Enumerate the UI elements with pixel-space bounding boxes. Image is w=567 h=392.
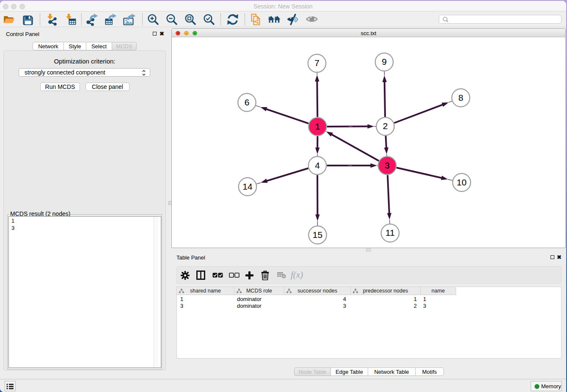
svg-text:14: 14 <box>242 182 253 191</box>
svg-text:8: 8 <box>458 93 463 102</box>
svg-text:4: 4 <box>315 160 320 170</box>
svg-text:7: 7 <box>314 58 319 68</box>
svg-text:15: 15 <box>313 230 322 240</box>
svg-text:6: 6 <box>245 97 250 107</box>
svg-text:1: 1 <box>315 121 320 131</box>
svg-text:9: 9 <box>382 57 387 66</box>
svg-text:10: 10 <box>457 177 466 187</box>
svg-text:11: 11 <box>385 228 395 237</box>
svg-text:3: 3 <box>385 160 390 170</box>
svg-text:2: 2 <box>383 121 388 131</box>
